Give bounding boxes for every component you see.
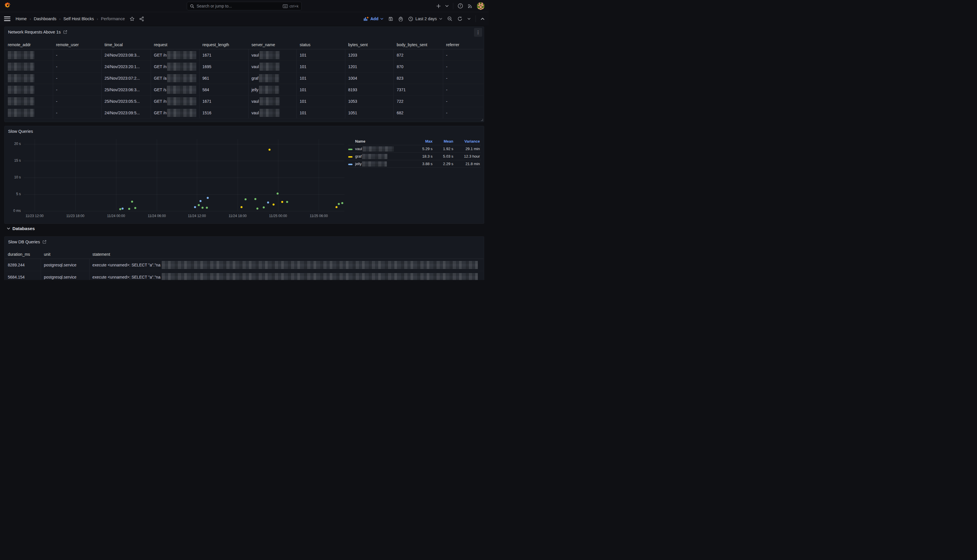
refresh-icon[interactable]	[457, 16, 462, 22]
panel-resize-handle[interactable]	[481, 119, 483, 121]
panel-title[interactable]: Slow DB Queries	[8, 240, 40, 244]
cell-time_local: 25/Nov/2023:05:5...	[102, 95, 151, 107]
zoom-out-time-icon[interactable]	[447, 16, 452, 22]
table-row: -24/Nov/2023:20:1...GET /n1695vaul101120…	[5, 61, 483, 72]
redacted-block	[162, 273, 478, 280]
menu-hamburger-icon[interactable]	[4, 17, 10, 21]
scatter-point-yellow	[273, 203, 275, 205]
scatter-point-green	[257, 208, 258, 210]
help-icon[interactable]: ?	[458, 3, 463, 9]
scatter-point-green	[119, 208, 121, 210]
column-header-bytes_sent[interactable]: bytes_sent	[345, 40, 394, 49]
add-button[interactable]: Add	[363, 17, 383, 21]
redacted-block	[167, 86, 196, 94]
db-table-header: duration_msunitstatement	[5, 250, 483, 259]
legend-header-row: NameMaxMeanVariance	[348, 138, 481, 145]
redacted-block	[8, 109, 34, 117]
cell-statement: execute <unnamed>: SELECT "a"."na	[90, 271, 483, 280]
column-header-server_name[interactable]: server_name	[248, 40, 297, 49]
redacted-block	[362, 162, 387, 167]
search-shortcut: ctrl+k	[283, 4, 298, 8]
shortcut-label: ctrl+k	[290, 4, 298, 8]
legend-mean-value: 5.03 s	[432, 154, 453, 158]
keyboard-icon	[283, 4, 288, 8]
legend-series-name[interactable]: jelly	[355, 162, 412, 167]
external-link-icon[interactable]	[63, 30, 67, 34]
legend-mean-value: 1.92 s	[432, 147, 453, 151]
time-range-picker[interactable]: Last 2 days	[408, 17, 442, 22]
scatter-point-yellow	[240, 206, 242, 208]
cell-request_length: 1671	[200, 49, 248, 61]
y-axis-tick-label: 5 s	[6, 192, 21, 196]
grafana-logo-icon[interactable]	[4, 2, 12, 10]
scatter-point-green	[245, 198, 247, 200]
scatter-point-green	[131, 201, 133, 203]
refresh-interval-chevron-icon[interactable]	[467, 18, 470, 20]
redacted-block	[8, 74, 34, 82]
network-table-header: remote_addrremote_usertime_localrequestr…	[5, 40, 483, 49]
breadcrumb-dashboards[interactable]: Dashboards	[34, 17, 56, 21]
breadcrumb-self-host-blocks[interactable]: Self Host Blocks	[63, 17, 94, 21]
column-header-status[interactable]: status	[297, 40, 345, 49]
series-name-prefix: vaul	[355, 147, 362, 151]
redacted-block	[167, 97, 196, 105]
legend-header-max[interactable]: Max	[412, 139, 432, 143]
column-header-unit[interactable]: unit	[41, 250, 90, 258]
favorite-star-icon[interactable]	[130, 17, 135, 22]
cell-request_length: 1516	[200, 107, 248, 118]
x-axis-tick-label: 11/23 18:00	[62, 214, 89, 218]
column-header-referrer[interactable]: referrer	[443, 40, 483, 49]
collapse-toolbar-chevron-up-icon[interactable]	[481, 18, 484, 20]
news-rss-icon[interactable]	[467, 3, 473, 9]
column-header-remote_addr[interactable]: remote_addr	[5, 40, 53, 49]
cell-request: GET /n	[151, 61, 200, 72]
external-link-icon[interactable]	[42, 240, 47, 244]
section-row-databases[interactable]: Databases	[7, 225, 35, 232]
column-header-remote_user[interactable]: remote_user	[53, 40, 102, 49]
global-search[interactable]: ctrl+k	[187, 2, 302, 10]
y-axis-tick-label: 20 s	[6, 142, 21, 146]
column-header-request_length[interactable]: request_length	[200, 40, 248, 49]
request-prefix: GET /n	[154, 53, 167, 57]
redacted-block	[259, 74, 279, 82]
panel-menu-kebab-icon[interactable]: ⋮	[474, 28, 482, 37]
dashboard-settings-gear-icon[interactable]	[398, 16, 403, 22]
breadcrumb-home[interactable]: Home	[16, 17, 27, 21]
legend-header-mean[interactable]: Mean	[432, 139, 453, 143]
panel-title[interactable]: Network Requests Above 1s	[8, 30, 61, 34]
cell-request: GET /n	[151, 107, 200, 118]
table-row: 8289.244postgresql.serviceexecute <unnam…	[5, 259, 483, 271]
legend-series-name[interactable]: graf	[355, 154, 412, 159]
search-input[interactable]	[197, 4, 280, 8]
add-new-icon[interactable]	[436, 4, 441, 8]
legend-header-name[interactable]: Name	[355, 139, 412, 143]
breadcrumb: Home › Dashboards › Self Host Blocks › P…	[16, 17, 125, 21]
table-row: -25/Nov/2023:06:3...GET /s584jelly101819…	[5, 84, 483, 95]
save-dashboard-icon[interactable]	[388, 17, 393, 22]
cell-server_name: graf	[248, 72, 297, 84]
gridline-x	[35, 139, 35, 211]
redacted-block	[260, 51, 280, 59]
share-icon[interactable]	[139, 17, 144, 22]
cell-status: 101	[297, 107, 345, 118]
grafana-app: ctrl+k ?	[0, 0, 488, 280]
request-prefix: GET /n	[154, 99, 167, 103]
y-axis-tick-label: 10 s	[6, 175, 21, 179]
cell-body_bytes_sent: 722	[394, 95, 443, 107]
legend-header-variance[interactable]: Variance	[453, 139, 480, 143]
chevron-down-icon[interactable]	[445, 5, 448, 7]
scatter-point-yellow	[281, 201, 283, 203]
nav-right-group: ?	[436, 2, 484, 10]
y-axis-tick-label: 15 s	[6, 158, 21, 163]
column-header-request[interactable]: request	[151, 40, 200, 49]
legend-series-name[interactable]: vaul	[355, 147, 412, 152]
column-header-statement[interactable]: statement	[90, 250, 483, 258]
column-header-time_local[interactable]: time_local	[102, 40, 151, 49]
column-header-body_bytes_sent[interactable]: body_bytes_sent	[394, 40, 443, 49]
cell-request: GET /n	[151, 95, 200, 107]
gridline-x	[197, 139, 197, 211]
user-avatar[interactable]	[477, 2, 484, 10]
column-header-duration_ms[interactable]: duration_ms	[5, 250, 41, 258]
series-color-swatch	[348, 156, 352, 158]
panel-slow-db-queries: Slow DB Queries duration_msunitstatement…	[4, 237, 484, 280]
